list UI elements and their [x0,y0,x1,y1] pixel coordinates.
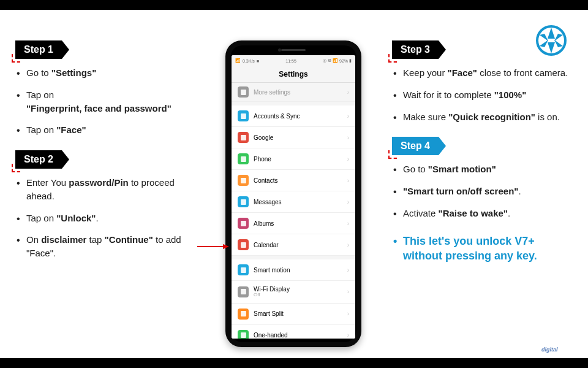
left-column: Step 1 Go to "Settings"Tap on"Fingerprin… [15,40,193,274]
chevron-right-icon: › [347,89,349,96]
svg-rect-3 [241,135,246,140]
row-icon [238,264,249,275]
step-item: Tap on "Unlock". [15,212,193,225]
svg-rect-9 [241,267,246,273]
watermark-logo: digital [541,343,571,355]
step4-highlight: This let's you unlock V7+ without pressi… [392,234,576,264]
step2-tag: Step 2 [15,150,62,169]
svg-marker-16 [223,244,229,249]
svg-rect-1 [241,90,246,95]
settings-row[interactable]: Phone› [232,148,355,170]
svg-rect-2 [241,113,246,119]
row-icon [238,218,249,229]
svg-rect-11 [241,311,246,316]
step3-list: Keep your "Face" close to front camera.W… [392,66,576,123]
svg-rect-8 [241,242,246,248]
settings-header: Settings [232,66,355,83]
step4-tag: Step 4 [392,137,439,155]
settings-row[interactable]: Albums› [232,213,355,234]
step4-list: Go to "Smart motion""Smart turn on/off s… [392,163,576,220]
row-icon [238,286,249,297]
step-item: Go to "Smart motion" [392,163,576,176]
step-item: Go to "Settings" [15,66,193,80]
settings-row[interactable]: Google› [232,127,355,148]
settings-list: More settings›Accounts & Sync›Google›Pho… [232,83,355,339]
row-icon [238,175,249,186]
step2-list: Enter You password/Pin to proceed ahead.… [15,176,193,260]
settings-row[interactable]: Messages› [232,191,355,213]
settings-row[interactable]: More settings› [232,83,355,102]
chevron-right-icon: › [347,288,349,295]
phone-screen: 📶0.3K/s■ 11:55 ◎ ⚙ 📶92%▮ Settings More s… [232,55,355,339]
step1-tag: Step 1 [15,40,62,59]
row-icon [238,239,249,250]
chevron-right-icon: › [347,310,349,317]
step-item: Wait for it to complete "100%" [392,88,576,102]
step-item: Enter You password/Pin to proceed ahead. [15,176,193,203]
chevron-right-icon: › [347,177,349,184]
row-label: Accounts & Sync [254,113,347,120]
row-icon [238,309,249,320]
settings-row[interactable]: Contacts› [232,170,355,191]
chevron-right-icon: › [347,242,349,248]
row-icon [238,153,249,164]
status-bar: 📶0.3K/s■ 11:55 ◎ ⚙ 📶92%▮ [232,55,355,66]
row-label: Albums [254,220,347,227]
settings-row[interactable]: Wi-Fi DisplayOff› [232,281,355,304]
step-item: Keep your "Face" close to front camera. [392,66,576,80]
row-label: More settings [254,89,347,96]
step-item: On disclaimer tap "Continue" to add "Fac… [15,233,193,260]
row-label: Smart Split [254,310,347,317]
settings-row[interactable]: Accounts & Sync› [232,105,355,127]
row-label: Contacts [254,177,347,184]
chevron-right-icon: › [347,332,349,339]
settings-row[interactable]: Smart motion› [232,259,355,281]
row-label: Phone [254,156,347,163]
pointer-arrow [197,242,229,249]
step-item: "Smart turn on/off screen". [392,185,576,198]
row-label: Wi-Fi DisplayOff [254,286,347,298]
step-item: Tap on"Fingerprint, face and password" [15,88,193,115]
chevron-right-icon: › [347,199,349,205]
row-label: Smart motion [254,267,347,274]
row-label: One-handed [254,332,347,339]
chevron-right-icon: › [347,113,349,120]
phone-camera [278,48,281,52]
svg-text:digital: digital [541,347,558,353]
row-label: Messages [254,199,347,205]
phone-speaker [281,49,306,51]
settings-row[interactable]: Smart Split› [232,304,355,325]
svg-rect-5 [241,178,246,183]
step-item: Make sure "Quick recognition" is on. [392,110,576,124]
chevron-right-icon: › [347,156,349,163]
svg-rect-6 [241,199,246,205]
chevron-right-icon: › [347,220,349,227]
chevron-right-icon: › [347,134,349,141]
row-icon [238,86,249,98]
settings-row[interactable]: One-handed› [232,325,355,339]
step1-list: Go to "Settings"Tap on"Fingerprint, face… [15,66,193,137]
svg-rect-12 [241,332,246,338]
row-icon [238,110,249,121]
row-icon [238,330,249,339]
step-item: Tap on "Face" [15,123,193,137]
chevron-right-icon: › [347,267,349,274]
row-label: Calendar [254,242,347,248]
row-icon [238,196,249,207]
row-icon [238,132,249,143]
step-item: Activate "Raise to wake". [392,207,576,220]
slide: Step 1 Go to "Settings"Tap on"Fingerprin… [0,10,588,358]
step3-tag: Step 3 [392,40,439,59]
svg-rect-4 [241,156,246,162]
right-column: Step 3 Keep your "Face" close to front c… [392,40,576,263]
phone-mockup: 📶0.3K/s■ 11:55 ◎ ⚙ 📶92%▮ Settings More s… [225,40,361,347]
row-label: Google [254,134,347,141]
svg-rect-7 [241,221,246,226]
settings-row[interactable]: Calendar› [232,234,355,256]
svg-rect-10 [241,289,246,294]
